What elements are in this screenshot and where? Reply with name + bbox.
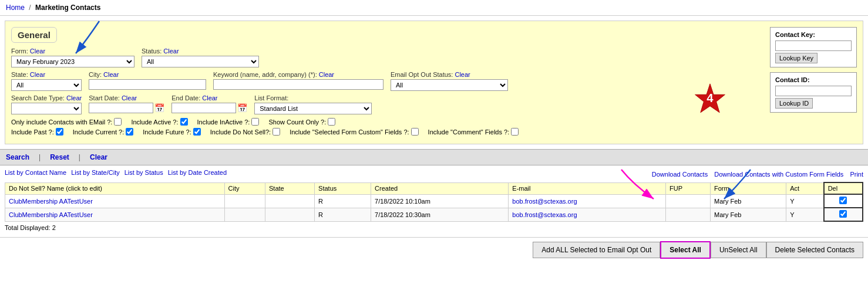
breadcrumb-separator: / [29,4,31,12]
end-date-clear-link[interactable]: Clear [202,94,217,102]
form-group-state: State: Clear All [11,71,82,91]
start-date-group: 📅 [89,103,164,113]
form-select[interactable]: Mary February 2023 [11,56,134,67]
select-all-button[interactable]: Select All [660,241,711,259]
do-not-sell-label: Include Do Not Sell?: [210,128,271,136]
form-group-form: Form: Clear Mary February 2023 [11,48,134,67]
comment-fields-label: Include "Comment" Fields ?: [428,128,510,136]
cell-fup [666,208,711,221]
col-status: Status [315,182,371,194]
checkbox-include-current: Include Current ?: [73,128,133,136]
start-date-input[interactable] [89,103,153,113]
show-count-label: Show Count Only ?: [268,119,326,126]
delete-checkbox[interactable] [839,197,847,204]
include-active-checkbox[interactable] [180,118,188,126]
col-email: E-mail [509,182,666,194]
table-row: ClubMembership AATestUser R 7/18/2022 10… [5,208,863,221]
cell-city [224,194,265,208]
list-by-state-city-link[interactable]: List by State/City [71,169,120,176]
checkbox-include-inactive: Include InActive ?: [197,118,260,126]
list-by-date-link[interactable]: List by Date Created [168,169,227,176]
list-format-select[interactable]: Standard List [254,103,372,114]
include-inactive-checkbox[interactable] [251,118,259,126]
unselect-all-button[interactable]: UnSelect All [711,242,766,258]
cell-form: Mary Feb [711,194,786,208]
city-input[interactable] [89,79,206,90]
col-name: Do Not Sell? Name (click to edit) [5,182,225,194]
selected-form-checkbox[interactable] [411,128,419,136]
keyword-label: Keyword (name, addr, company) (*): Clear [213,71,383,78]
email-opt-label: Email Opt Out Status: Clear [391,71,508,78]
state-clear-link[interactable]: Clear [30,71,45,78]
download-custom-form-link[interactable]: Download Contacts with Custom Form Field… [714,171,843,178]
general-panel: General Form: Clear Mary February 2023 S… [5,21,863,144]
download-contacts-link[interactable]: Download Contacts [652,171,708,178]
state-select[interactable]: All [11,79,82,91]
form-row-2: State: Clear All City: Clear Keyword (na… [11,71,857,91]
svg-text:4: 4 [706,92,714,104]
form-row-1: Form: Clear Mary February 2023 Status: C… [11,48,857,67]
status-label: Status: Clear [142,48,259,55]
cell-name: ClubMembership AATestUser [5,194,225,208]
cell-created: 7/18/2022 10:30am [371,208,509,221]
delete-checkbox[interactable] [839,210,847,218]
end-date-label: End Date: Clear [171,94,247,102]
right-panel: Contact Key: Lookup Key Contact ID: Look… [770,27,857,113]
email-opt-select[interactable]: All [391,79,508,91]
contact-name-link[interactable]: ClubMembership AATestUser [9,211,93,218]
results-top: List by Contact Name List by State/City … [5,169,863,180]
include-inactive-label: Include InActive ?: [197,119,250,126]
contact-id-input[interactable] [775,86,852,96]
lookup-id-button[interactable]: Lookup ID [775,98,813,109]
include-past-label: Include Past ?: [11,128,54,136]
lookup-key-button[interactable]: Lookup Key [775,53,817,63]
clear-link[interactable]: Clear [90,153,107,161]
checkbox-comment-fields: Include "Comment" Fields ?: [428,128,519,136]
breadcrumb-home[interactable]: Home [6,4,25,12]
include-future-checkbox[interactable] [193,128,201,136]
end-date-input[interactable] [171,103,236,113]
delete-selected-button[interactable]: Delete Selected Contacts [766,242,863,258]
search-link[interactable]: Search [6,153,29,161]
col-city: City [224,182,265,194]
checkbox-row-1: Only include Contacts with EMail ?: Incl… [11,118,857,126]
include-email-checkbox[interactable] [114,118,122,126]
search-date-clear-link[interactable]: Clear [66,94,82,102]
do-not-sell-checkbox[interactable] [272,128,280,136]
email-opt-clear-link[interactable]: Clear [455,71,470,78]
contact-id-label: Contact ID: [775,76,852,83]
print-link[interactable]: Print [850,171,863,178]
show-count-checkbox[interactable] [328,118,335,126]
list-format-label: List Format: [254,94,372,102]
status-clear-link[interactable]: Clear [163,48,179,55]
selected-form-label: Include "Selected Form Custom" Fields ?: [290,128,409,136]
cell-act: Y [786,194,824,208]
include-current-checkbox[interactable] [126,128,133,136]
include-future-label: Include Future ?: [143,128,191,136]
end-date-calendar-icon[interactable]: 📅 [237,103,247,113]
email-link[interactable]: bob.frost@sctexas.org [512,211,577,218]
start-date-calendar-icon[interactable]: 📅 [154,103,164,113]
cell-name: ClubMembership AATestUser [5,208,225,221]
results-section: List by Contact Name List by State/City … [5,169,863,234]
list-by-status-link[interactable]: List by Status [125,169,163,176]
city-clear-link[interactable]: Clear [103,71,119,78]
keyword-clear-link[interactable]: Clear [319,71,334,78]
contact-key-input[interactable] [775,40,852,51]
include-past-checkbox[interactable] [56,128,63,136]
add-email-opt-out-button[interactable]: Add ALL Selected to Email Opt Out [533,242,660,258]
col-fup: FUP [666,182,711,194]
comment-fields-checkbox[interactable] [511,128,519,136]
reset-link[interactable]: Reset [50,153,69,161]
keyword-input[interactable] [213,79,383,90]
search-date-select[interactable] [11,103,82,114]
panel-title: General [11,27,57,43]
list-by-name-link[interactable]: List by Contact Name [5,169,66,176]
form-clear-link[interactable]: Clear [30,48,45,55]
status-select[interactable]: All [142,56,259,67]
cell-state [265,194,315,208]
email-link[interactable]: bob.frost@sctexas.org [512,198,577,205]
contact-name-link[interactable]: ClubMembership AATestUser [9,198,93,205]
cell-del [824,194,863,208]
start-date-clear-link[interactable]: Clear [122,94,137,102]
